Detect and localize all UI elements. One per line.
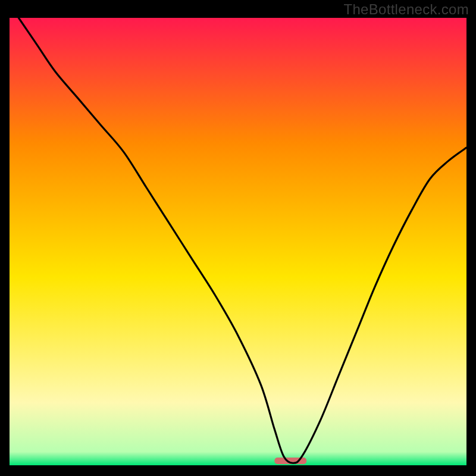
plot-svg bbox=[10, 18, 466, 465]
gradient-rect bbox=[10, 18, 466, 465]
chart-stage: TheBottleneck.com bbox=[0, 0, 476, 476]
watermark-text: TheBottleneck.com bbox=[343, 1, 469, 18]
plot-frame bbox=[10, 18, 466, 465]
